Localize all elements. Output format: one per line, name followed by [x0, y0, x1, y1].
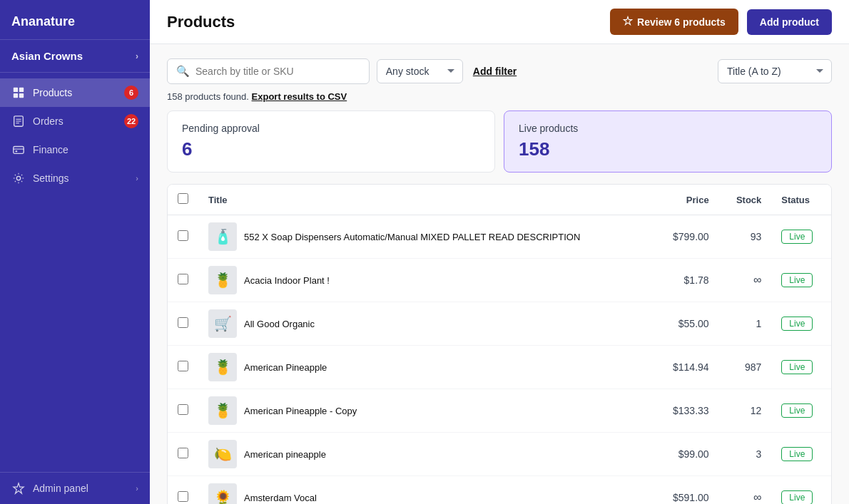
toolbar: 🔍 Any stock In stock Out of stock Add fi… — [167, 58, 832, 84]
row-checkbox-cell — [168, 346, 198, 389]
product-thumbnail: 🍋 — [208, 440, 237, 468]
product-thumbnail: 🍍 — [208, 266, 237, 294]
live-products-card[interactable]: Live products 158 — [504, 110, 832, 173]
products-icon — [11, 86, 26, 100]
status-badge: Live — [781, 317, 813, 331]
admin-chevron: › — [136, 484, 138, 493]
sidebar: Ananature Asian Crowns › Products 6 — [0, 0, 150, 504]
row-checkbox-cell — [168, 389, 198, 433]
product-thumbnail: 🍍 — [208, 396, 237, 425]
pending-value: 6 — [182, 138, 480, 160]
sidebar-item-orders[interactable]: Orders 22 — [0, 107, 150, 135]
product-name: American pineapple — [244, 449, 326, 460]
row-checkbox-cell — [168, 215, 198, 259]
page-header: Products Review 6 products Add product — [150, 0, 849, 44]
status-column-header: Status — [771, 185, 831, 215]
svg-rect-0 — [14, 88, 18, 92]
row-checkbox[interactable] — [178, 491, 188, 502]
review-products-button[interactable]: Review 6 products — [610, 9, 738, 35]
product-stock-cell: 1 — [719, 302, 772, 346]
product-name: Amsterdam Vocal — [244, 493, 317, 503]
sidebar-item-finance[interactable]: Finance — [0, 135, 150, 164]
row-checkbox[interactable] — [178, 274, 188, 284]
sidebar-item-orders-label: Orders — [33, 115, 63, 127]
status-badge: Live — [781, 403, 813, 418]
product-title-cell: 🌻 Amsterdam Vocal — [198, 476, 654, 505]
table-row: 🌻 Amsterdam Vocal $591.00 ∞ Live — [168, 476, 831, 505]
product-name: All Good Organic — [244, 319, 315, 329]
row-checkbox[interactable] — [178, 230, 188, 241]
orders-icon — [11, 114, 26, 128]
search-input[interactable] — [195, 66, 360, 77]
brand-name: Ananature — [0, 0, 150, 40]
row-checkbox-cell — [168, 259, 198, 302]
svg-rect-3 — [19, 93, 24, 98]
row-checkbox[interactable] — [178, 404, 188, 415]
search-box: 🔍 — [167, 58, 370, 84]
product-title-cell: 🛒 All Good Organic — [198, 302, 654, 346]
main-content: Products Review 6 products Add product 🔍… — [150, 0, 849, 504]
product-price-cell: $133.33 — [654, 389, 718, 433]
product-stock-cell: 93 — [719, 215, 772, 259]
admin-panel-item[interactable]: Admin panel › — [11, 481, 138, 495]
sort-select[interactable]: Title (A to Z) Title (Z to A) Price (low… — [718, 59, 832, 83]
finance-icon — [11, 143, 26, 157]
product-status-cell: Live — [771, 476, 831, 505]
export-csv-link[interactable]: Export results to CSV — [252, 91, 347, 102]
product-title-cell: 🧴 552 X Soap Dispensers Automatic/Manual… — [198, 215, 654, 259]
title-column-header: Title — [198, 185, 654, 215]
svg-marker-13 — [624, 16, 631, 24]
product-title-cell: 🍋 American pineapple — [198, 433, 654, 476]
product-name: American Pineapple — [244, 362, 327, 373]
search-icon: 🔍 — [176, 65, 190, 78]
row-checkbox-cell — [168, 476, 198, 505]
product-thumbnail: 🍍 — [208, 353, 237, 381]
products-table-wrap: Title Price Stock Status 🧴 552 X Soap Di… — [167, 184, 832, 504]
settings-icon — [11, 171, 26, 185]
product-status-cell: Live — [771, 259, 831, 302]
product-stock-cell: 987 — [719, 346, 772, 389]
row-checkbox-cell — [168, 302, 198, 346]
pending-approval-card[interactable]: Pending approval 6 — [167, 110, 495, 173]
product-status-cell: Live — [771, 433, 831, 476]
summary-cards: Pending approval 6 Live products 158 — [167, 110, 832, 173]
store-name: Asian Crowns — [11, 50, 83, 62]
row-checkbox[interactable] — [178, 448, 188, 458]
stock-column-header: Stock — [719, 185, 772, 215]
product-thumbnail: 🛒 — [208, 309, 237, 338]
product-stock-cell: 3 — [719, 433, 772, 476]
sidebar-bottom: Admin panel › — [0, 472, 150, 504]
product-thumbnail: 🌻 — [208, 483, 237, 504]
add-product-button[interactable]: Add product — [747, 9, 832, 35]
stock-filter-select[interactable]: Any stock In stock Out of stock — [377, 59, 463, 83]
product-name: Acacia Indoor Plant ! — [244, 275, 330, 286]
product-price-cell: $1.78 — [654, 259, 718, 302]
table-row: 🍍 American Pineapple - Copy $133.33 12 L… — [168, 389, 831, 433]
row-checkbox[interactable] — [178, 361, 188, 371]
select-all-checkbox[interactable] — [178, 193, 188, 204]
product-name: American Pineapple - Copy — [244, 406, 357, 416]
sidebar-item-products-label: Products — [33, 87, 72, 98]
product-status-cell: Live — [771, 346, 831, 389]
table-row: 🍋 American pineapple $99.00 3 Live — [168, 433, 831, 476]
admin-panel-label: Admin panel — [33, 483, 88, 494]
add-filter-button[interactable]: Add filter — [470, 60, 519, 83]
row-checkbox-cell — [168, 433, 198, 476]
results-count: 158 products found. — [167, 91, 249, 102]
product-title-cell: 🍍 American Pineapple - Copy — [198, 389, 654, 433]
select-all-header — [168, 185, 198, 215]
store-selector[interactable]: Asian Crowns › — [0, 40, 150, 73]
svg-rect-8 — [14, 147, 24, 154]
sidebar-item-finance-label: Finance — [33, 144, 68, 155]
product-status-cell: Live — [771, 215, 831, 259]
product-title-cell: 🍍 Acacia Indoor Plant ! — [198, 259, 654, 302]
status-badge: Live — [781, 490, 813, 504]
infinity-icon: ∞ — [753, 274, 761, 286]
product-stock-cell: ∞ — [719, 476, 772, 505]
sidebar-item-settings[interactable]: Settings › — [0, 164, 150, 192]
price-column-header: Price — [654, 185, 718, 215]
sidebar-item-settings-label: Settings — [33, 173, 69, 184]
product-name: 552 X Soap Dispensers Automatic/Manual M… — [244, 232, 580, 242]
row-checkbox[interactable] — [178, 317, 188, 328]
sidebar-item-products[interactable]: Products 6 — [0, 78, 150, 107]
